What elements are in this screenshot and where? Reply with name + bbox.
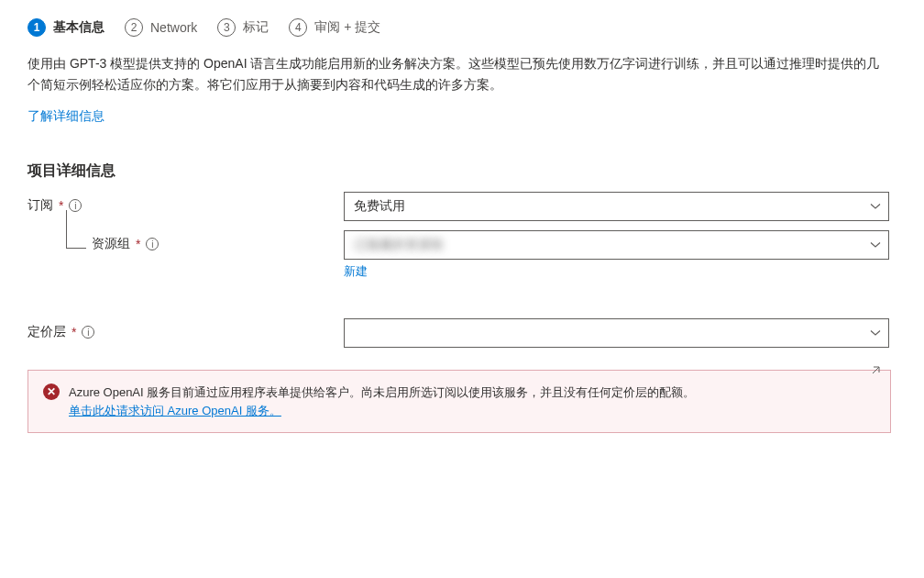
label-text: 订阅	[28, 197, 53, 214]
row-resource-group: 资源组 * i 已隐藏的资源组 新建	[28, 230, 896, 280]
tab-basics[interactable]: 1 基本信息	[28, 18, 104, 37]
tab-number: 3	[217, 18, 236, 37]
chevron-down-icon	[870, 201, 881, 212]
required-asterisk: *	[59, 198, 63, 213]
subscription-select[interactable]: 免费试用	[344, 192, 889, 221]
tab-number: 4	[289, 18, 307, 37]
tab-number: 2	[125, 18, 143, 37]
tab-label: 审阅 + 提交	[314, 19, 380, 36]
tree-connector	[66, 210, 86, 249]
external-link-icon	[870, 363, 881, 382]
request-access-link[interactable]: 单击此处请求访问 Azure OpenAI 服务。	[69, 404, 281, 417]
chevron-down-icon	[870, 328, 881, 339]
learn-more-link[interactable]: 了解详细信息	[28, 108, 104, 125]
label-text: 定价层	[28, 324, 66, 340]
error-text: Azure OpenAI 服务目前通过应用程序表单提供给客户。尚未启用所选订阅以…	[69, 383, 695, 419]
wizard-tabs: 1 基本信息 2 Network 3 标记 4 审阅 + 提交	[28, 18, 896, 37]
row-pricing-tier: 定价层 * i	[28, 318, 896, 348]
error-message: Azure OpenAI 服务目前通过应用程序表单提供给客户。尚未启用所选订阅以…	[69, 385, 695, 399]
tab-label: 标记	[243, 19, 269, 36]
tab-label: Network	[150, 20, 197, 35]
tab-review[interactable]: 4 审阅 + 提交	[289, 18, 380, 37]
info-icon[interactable]: i	[82, 326, 94, 339]
select-value: 免费试用	[354, 198, 405, 215]
tab-label: 基本信息	[53, 19, 104, 36]
create-new-link[interactable]: 新建	[344, 263, 368, 280]
tab-number: 1	[28, 18, 46, 37]
resource-group-select[interactable]: 已隐藏的资源组	[344, 230, 889, 260]
info-icon[interactable]: i	[146, 238, 159, 250]
required-asterisk: *	[72, 325, 76, 339]
description-text: 使用由 GPT-3 模型提供支持的 OpenAI 语言生成功能启用新的业务解决方…	[28, 53, 889, 95]
chevron-down-icon	[870, 239, 881, 250]
tab-network[interactable]: 2 Network	[125, 18, 197, 37]
label-resource-group: 资源组 * i	[28, 230, 344, 252]
label-text: 资源组	[92, 236, 130, 252]
select-value: 已隐藏的资源组	[354, 237, 444, 253]
label-pricing-tier: 定价层 * i	[28, 318, 344, 340]
tab-tags[interactable]: 3 标记	[217, 18, 269, 37]
row-subscription: 订阅 * i 免费试用	[28, 192, 896, 221]
error-banner: ✕ Azure OpenAI 服务目前通过应用程序表单提供给客户。尚未启用所选订…	[28, 370, 891, 433]
pricing-tier-select[interactable]	[344, 318, 889, 348]
required-asterisk: *	[136, 237, 140, 251]
section-project-details: 项目详细信息	[28, 161, 896, 181]
error-icon: ✕	[43, 383, 60, 400]
